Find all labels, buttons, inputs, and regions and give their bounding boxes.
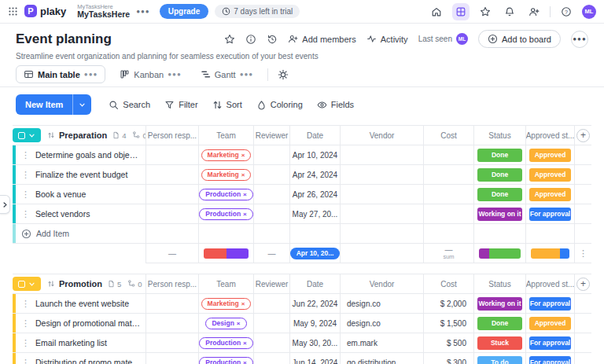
cell-person-responsible[interactable] bbox=[145, 204, 198, 224]
tab-main-table[interactable]: Main table ●●● bbox=[16, 65, 105, 83]
tab-options-icon[interactable]: ●●● bbox=[84, 71, 98, 78]
cell-approved-status[interactable]: For approval bbox=[525, 294, 574, 314]
remove-tag-icon[interactable]: × bbox=[237, 320, 241, 327]
cell-approved-status[interactable]: For approval bbox=[525, 353, 574, 364]
star-icon[interactable] bbox=[477, 3, 494, 20]
group-select-checkbox[interactable] bbox=[18, 132, 25, 139]
status-label[interactable]: Done bbox=[477, 149, 522, 162]
cell-team[interactable]: Marketing× bbox=[198, 294, 253, 314]
item-name-cell[interactable]: ⋮Finalize the event budget bbox=[13, 165, 145, 185]
status-label[interactable]: To do bbox=[477, 356, 522, 364]
remove-tag-icon[interactable]: × bbox=[243, 191, 247, 198]
cell-approved-status[interactable]: For approval bbox=[525, 204, 574, 224]
cell-reviewer[interactable] bbox=[253, 353, 289, 364]
row-menu-icon[interactable]: ⋮ bbox=[21, 358, 30, 364]
cell-team[interactable]: Marketing× bbox=[198, 165, 253, 185]
remove-tag-icon[interactable]: × bbox=[241, 300, 245, 307]
tab-kanban[interactable]: Kanban ●●● bbox=[115, 66, 186, 83]
cell-person-responsible[interactable] bbox=[145, 145, 198, 165]
group-collapse-control[interactable] bbox=[13, 128, 41, 142]
cell-approved-status[interactable]: Approved bbox=[525, 145, 574, 165]
cell-vendor[interactable] bbox=[340, 204, 423, 224]
summary-menu[interactable]: ⋮ bbox=[574, 244, 591, 263]
cell-reviewer[interactable] bbox=[253, 185, 289, 204]
remove-tag-icon[interactable]: × bbox=[243, 340, 247, 347]
remove-tag-icon[interactable]: × bbox=[241, 171, 245, 178]
team-tag[interactable]: Production× bbox=[199, 357, 253, 364]
cell-person-responsible[interactable] bbox=[145, 165, 198, 185]
invite-members-icon[interactable] bbox=[525, 3, 543, 20]
cell-date[interactable]: Jun 14, 2024 bbox=[289, 353, 340, 364]
cell-status[interactable]: Working on it bbox=[473, 204, 525, 224]
cell-cost[interactable]: $ 300 bbox=[423, 353, 473, 364]
row-menu-icon[interactable]: ⋮ bbox=[21, 190, 30, 199]
column-header[interactable]: Person resp... bbox=[145, 274, 198, 294]
column-header[interactable]: Status bbox=[473, 274, 525, 294]
search-button[interactable]: Search bbox=[109, 100, 150, 110]
item-name-cell[interactable]: ⋮Design of promotional material bbox=[13, 314, 145, 333]
cell-status[interactable]: To do bbox=[473, 353, 525, 364]
cell-date[interactable]: Apr 26, 2024 bbox=[289, 185, 340, 204]
cell-person-responsible[interactable] bbox=[145, 353, 198, 364]
team-tag[interactable]: Design× bbox=[205, 318, 246, 329]
column-header[interactable]: Team bbox=[198, 125, 253, 145]
cell-vendor[interactable]: em.mark bbox=[340, 333, 423, 353]
item-name-cell[interactable]: ⋮Select vendors bbox=[13, 204, 145, 224]
group-select-checkbox[interactable] bbox=[18, 281, 25, 288]
board-more-menu[interactable]: ●●● bbox=[571, 31, 588, 48]
cell-vendor[interactable] bbox=[340, 145, 423, 165]
approved-status-label[interactable]: Approved bbox=[529, 168, 571, 182]
column-header[interactable]: Date bbox=[289, 125, 340, 145]
cell-date[interactable]: May 30, 20... bbox=[289, 333, 340, 353]
cell-status[interactable]: Done bbox=[473, 165, 525, 185]
workspace-menu-icon[interactable]: ●●● bbox=[136, 8, 150, 15]
help-icon[interactable]: ? bbox=[558, 3, 575, 20]
plaky-logo[interactable]: P plaky bbox=[24, 5, 66, 17]
row-menu-icon[interactable]: ⋮ bbox=[21, 171, 30, 179]
add-members-button[interactable]: Add members bbox=[288, 34, 355, 44]
home-icon[interactable] bbox=[428, 3, 445, 20]
cell-approved-status[interactable]: Approved bbox=[525, 165, 574, 185]
cell-team[interactable]: Production× bbox=[198, 333, 253, 353]
row-menu-icon[interactable]: ⋮ bbox=[21, 300, 30, 308]
cell-date[interactable]: May 27, 20... bbox=[289, 204, 340, 224]
cell-status[interactable]: Done bbox=[473, 185, 525, 204]
cell-date[interactable]: May 9, 2024 bbox=[289, 314, 340, 333]
status-label[interactable]: Working on it bbox=[477, 297, 522, 311]
remove-tag-icon[interactable]: × bbox=[243, 211, 247, 218]
upgrade-button[interactable]: Upgrade bbox=[160, 4, 209, 19]
cell-approved-status[interactable]: For approval bbox=[525, 333, 574, 353]
cell-approved-status[interactable]: Approved bbox=[525, 185, 574, 204]
group-sort-icon[interactable] bbox=[47, 131, 55, 139]
column-header[interactable]: Approved st... bbox=[525, 125, 574, 145]
cell-vendor[interactable] bbox=[340, 165, 423, 185]
item-name-cell[interactable]: ⋮Determine goals and objectives bbox=[13, 145, 145, 165]
cell-vendor[interactable]: go.distribution bbox=[340, 353, 423, 364]
cell-cost[interactable] bbox=[423, 185, 473, 204]
column-header[interactable]: Team bbox=[198, 274, 253, 294]
workspace-switcher[interactable]: MyTasksHere MyTasksHere bbox=[77, 4, 130, 20]
group-name[interactable]: Preparation bbox=[59, 131, 107, 140]
cell-reviewer[interactable] bbox=[253, 165, 289, 185]
team-tag[interactable]: Marketing× bbox=[201, 169, 252, 181]
cell-date[interactable]: Apr 10, 2024 bbox=[289, 145, 340, 165]
item-name-cell[interactable]: ⋮Email marketing list bbox=[13, 333, 145, 353]
approved-status-label[interactable]: Approved bbox=[529, 188, 571, 201]
approved-status-label[interactable]: For approval bbox=[529, 336, 571, 350]
item-name-cell[interactable]: ⋮Launch the event website bbox=[13, 294, 145, 314]
status-label[interactable]: Done bbox=[477, 168, 522, 182]
cell-team[interactable]: Design× bbox=[198, 314, 253, 333]
add-column-button[interactable]: + bbox=[574, 274, 591, 294]
status-label[interactable]: Done bbox=[477, 317, 522, 330]
board-history-icon[interactable] bbox=[267, 34, 278, 45]
cell-cost[interactable] bbox=[423, 204, 473, 224]
cell-reviewer[interactable] bbox=[253, 314, 289, 333]
team-tag[interactable]: Marketing× bbox=[201, 149, 252, 161]
fields-button[interactable]: Fields bbox=[317, 100, 354, 110]
row-menu-icon[interactable]: ⋮ bbox=[21, 210, 30, 219]
cell-vendor[interactable] bbox=[340, 185, 423, 204]
cell-vendor[interactable]: design.co bbox=[340, 294, 423, 314]
team-tag[interactable]: Production× bbox=[199, 208, 253, 220]
group-collapse-control[interactable] bbox=[13, 277, 41, 291]
cell-vendor[interactable]: design.co bbox=[340, 314, 423, 333]
